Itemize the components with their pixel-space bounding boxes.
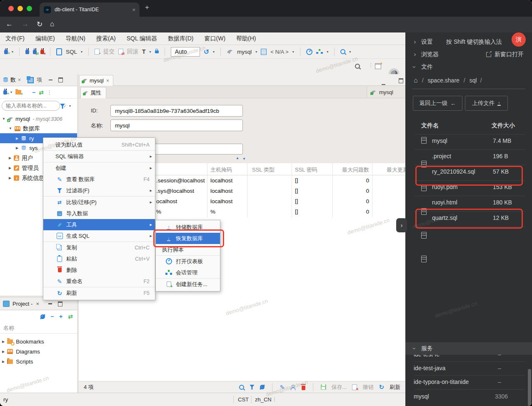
new-connection-caret-icon[interactable]: ▾ (12, 50, 13, 54)
new-view-icon[interactable] (375, 63, 381, 69)
menu-navigate[interactable]: 导航(N) (60, 35, 91, 42)
project-link-icon[interactable]: ⇄ (68, 313, 73, 320)
tab-projects-label[interactable]: 项 (37, 76, 42, 84)
status-timezone[interactable]: CST (238, 396, 249, 403)
link-editor-icon[interactable]: ⇄ (39, 89, 44, 96)
sidebar-scrollbar[interactable] (528, 369, 531, 406)
status-locale[interactable]: zh_CN (255, 396, 272, 403)
sql-caret-icon[interactable]: ▾ (81, 50, 82, 54)
col-max-updates[interactable]: 最大更新数 (387, 166, 405, 174)
menu-database[interactable]: 数据库(D) (162, 35, 199, 42)
project-settings-icon[interactable] (40, 314, 45, 319)
menu-item-tools[interactable]: 工具▶ (43, 219, 155, 230)
expand-icon[interactable]: ▶ (2, 360, 5, 364)
project-expand-icon[interactable]: + (59, 313, 62, 320)
nav-menu-dots-icon[interactable]: ⋮ (47, 90, 52, 95)
disconnect-icon[interactable]: × (40, 50, 44, 54)
submenu-item-create-task[interactable]: 创建新任务... (156, 279, 220, 290)
search-caret-icon[interactable]: ▾ (349, 50, 351, 54)
grid-user-icon[interactable] (290, 385, 296, 390)
back-level-button[interactable]: 返回上一级← (413, 96, 462, 111)
nav-new-connection-icon[interactable]: + (3, 90, 7, 95)
refresh-grid-icon[interactable]: ↻ (379, 384, 384, 391)
transaction-caret-icon[interactable]: ▾ (150, 50, 151, 54)
connection-name[interactable]: mysql (237, 49, 252, 55)
upload-file-button[interactable]: 上传文件↑ (465, 96, 508, 111)
expand-icon[interactable]: ▼ (2, 117, 5, 121)
tasks-icon[interactable] (319, 49, 321, 51)
expand-icon[interactable]: ▶ (2, 340, 5, 344)
reconnect-icon[interactable]: ⇄ (33, 50, 37, 54)
search-toolbar-icon[interactable] (340, 49, 345, 54)
browser-tab[interactable]: ‹t› db-client - TitanIDE × (40, 2, 140, 17)
zoom-window-button[interactable] (27, 6, 32, 11)
dashboard-icon[interactable] (306, 49, 312, 55)
history-caret-icon[interactable]: ▾ (213, 50, 215, 54)
menu-item-set-default[interactable]: 设为默认值Shift+Ctrl+A (43, 139, 155, 150)
connection-caret-icon[interactable]: ▾ (255, 50, 257, 54)
menu-item-refresh[interactable]: ↻ 刷新F5 (43, 287, 155, 299)
filter-caret-icon[interactable]: ▾ (69, 104, 71, 108)
menu-item-generate-sql[interactable]: sql 生成 SQL▶ (43, 230, 155, 242)
expand-icon[interactable]: ▶ (9, 176, 11, 180)
expand-icon[interactable]: ▼ (9, 127, 12, 130)
status-dots-icon[interactable]: ⋮ (272, 396, 277, 402)
open-new-window-icon[interactable] (486, 52, 491, 57)
menu-item-rename[interactable]: ✎ 重命名F2 (43, 276, 155, 287)
tab-database-close-icon[interactable]: × (18, 77, 21, 83)
grid-search-icon[interactable] (239, 385, 244, 390)
properties-tab[interactable]: 属性 (80, 87, 106, 98)
submenu-item-restore-database[interactable]: ↓ 恢复数据库 (156, 233, 220, 244)
minimize-panel-icon[interactable] (49, 80, 52, 81)
submenu-item-session-manager[interactable]: 会话管理 (156, 267, 220, 278)
grid-edit-icon[interactable]: ✎ (280, 384, 285, 391)
grid-delete-icon[interactable] (302, 386, 305, 390)
col-max-questions[interactable]: 最大问题数 (332, 166, 369, 174)
transaction-mode-icon[interactable]: T (142, 48, 146, 55)
menu-window[interactable]: 窗口(W) (199, 35, 231, 42)
editor-minimize-icon[interactable] (382, 84, 385, 85)
new-folder-icon[interactable]: + (15, 90, 21, 95)
schema-caret-icon[interactable]: ▾ (292, 50, 294, 54)
new-tab-button[interactable]: + (145, 3, 149, 12)
minimize-window-button[interactable] (17, 6, 23, 11)
splitter-down-icon[interactable]: ▼ (242, 157, 246, 161)
tasks-caret-icon[interactable]: ▾ (327, 50, 328, 54)
lock-toolbar-icon[interactable] (155, 50, 159, 53)
col-ssl-type[interactable]: SSL 类型 (252, 166, 275, 174)
expand-icon[interactable]: ▶ (9, 166, 11, 170)
maximize-panel-icon[interactable] (58, 77, 63, 82)
expand-icon[interactable]: ▶ (16, 137, 18, 140)
collapse-all-icon[interactable]: − (32, 89, 35, 96)
id-input[interactable] (110, 105, 243, 117)
breadcrumb-dir[interactable]: sql (470, 77, 477, 84)
project-row-scripts[interactable]: ▶ Scripts (0, 356, 77, 366)
menu-item-filter[interactable]: 过滤器(F)▶ (43, 185, 155, 196)
menu-item-compare-migrate[interactable]: ⇄ 比较/迁移(P)▶ (43, 197, 155, 208)
tree-row-connection[interactable]: ▼ mysql - mysql:3306 (0, 114, 77, 124)
tab-close-icon[interactable]: × (132, 7, 135, 13)
reload-icon[interactable]: ↻ (37, 20, 42, 29)
connect-icon[interactable] (25, 50, 29, 54)
sql-editor-icon[interactable] (56, 48, 62, 55)
editor-tab-close-icon[interactable]: × (106, 78, 109, 84)
project-row-bookmarks[interactable]: ▶ Bookmarks (0, 336, 77, 346)
back-icon[interactable]: ← (6, 20, 13, 28)
close-window-button[interactable] (8, 6, 14, 11)
menu-item-create[interactable]: 创建▶ (43, 162, 155, 174)
table-filter-input[interactable] (2, 101, 60, 111)
tree-row-databases[interactable]: ▼ 数据库 (0, 124, 77, 133)
nav-caret-icon[interactable]: ▾ (10, 90, 12, 94)
expand-icon[interactable]: ▶ (16, 146, 18, 150)
menu-search[interactable]: 搜索(A) (91, 35, 121, 42)
menu-file[interactable]: 文件(F) (0, 35, 30, 42)
menu-sql-editor[interactable]: SQL 编辑器 (121, 35, 162, 42)
section-files[interactable]: › 文件 (405, 61, 532, 73)
menu-item-import-data[interactable]: 导入数据 (43, 208, 155, 219)
schema-select[interactable]: < N/A > (270, 49, 288, 55)
expand-icon[interactable]: ▶ (9, 156, 11, 160)
expand-icon[interactable]: ▶ (2, 350, 5, 354)
project-tab-label[interactable]: Project - (12, 301, 32, 307)
section-browser[interactable]: › 浏览器 新窗口打开 (405, 48, 532, 61)
project-row-diagrams[interactable]: ▶ Diagrams (0, 346, 77, 356)
